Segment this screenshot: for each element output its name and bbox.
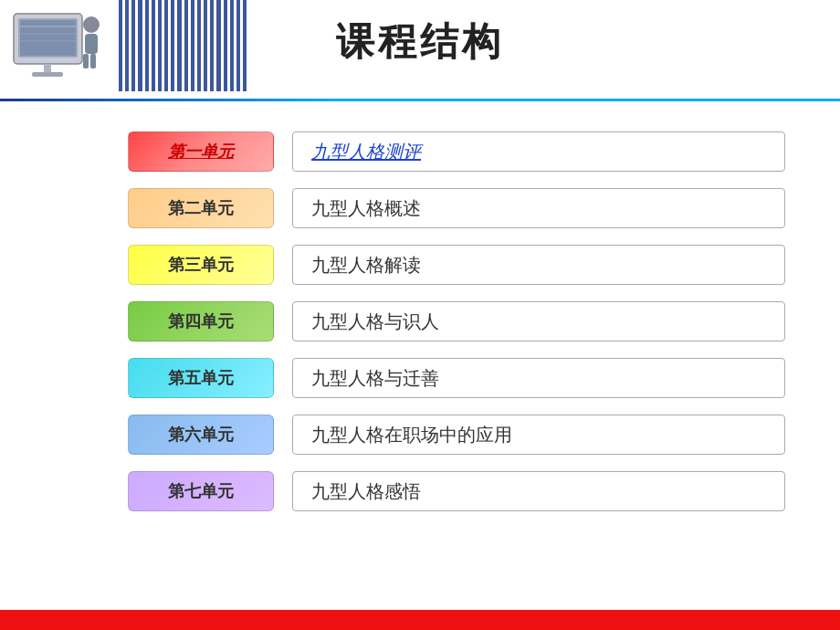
content-area: 第一单元九型人格测评第二单元九型人格概述第三单元九型人格解读第四单元九型人格与识… — [128, 119, 785, 603]
desc-box-4: 九型人格与识人 — [292, 301, 785, 341]
unit-label-2: 第二单元 — [128, 188, 274, 228]
desc-box-1[interactable]: 九型人格测评 — [292, 131, 785, 172]
row-4: 第四单元九型人格与识人 — [128, 298, 785, 345]
unit-label-6: 第六单元 — [128, 415, 274, 455]
unit-label-3: 第三单元 — [128, 245, 274, 285]
desc-box-7: 九型人格感悟 — [292, 471, 785, 511]
unit-label-1[interactable]: 第一单元 — [128, 131, 274, 172]
desc-box-3: 九型人格解读 — [292, 245, 785, 285]
header-divider — [0, 99, 840, 101]
unit-label-7: 第七单元 — [128, 471, 274, 511]
svg-rect-7 — [32, 72, 63, 77]
unit-label-5: 第五单元 — [128, 358, 274, 398]
row-2: 第二单元九型人格概述 — [128, 184, 785, 232]
row-5: 第五单元九型人格与迁善 — [128, 354, 785, 402]
desc-box-2: 九型人格概述 — [292, 188, 785, 228]
header: 课程结构 — [0, 0, 840, 110]
row-7: 第七单元九型人格感悟 — [128, 467, 785, 515]
row-1: 第一单元九型人格测评 — [128, 128, 785, 175]
row-6: 第六单元九型人格在职场中的应用 — [128, 411, 785, 458]
page-title: 课程结构 — [0, 16, 840, 68]
desc-box-6: 九型人格在职场中的应用 — [292, 415, 785, 455]
bottom-bar — [0, 610, 840, 630]
desc-box-5: 九型人格与迁善 — [292, 358, 785, 398]
row-3: 第三单元九型人格解读 — [128, 241, 785, 289]
unit-label-4: 第四单元 — [128, 301, 274, 341]
